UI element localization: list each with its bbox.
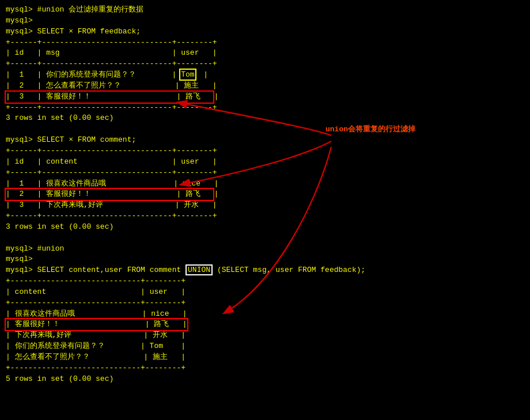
line-13: mysql> SELECT × FROM comment;	[6, 135, 524, 146]
line-25: mysql> SELECT content,user FROM comment …	[6, 265, 524, 276]
terminal: mysql> #union 会过滤掉重复的行数据 mysql> mysql> S…	[0, 0, 530, 389]
tom-highlight: Tom	[181, 70, 194, 79]
line-21: 3 rows in set (0.00 sec)	[6, 222, 524, 233]
line-29: | 很喜欢这件商品哦 | nice |	[6, 309, 524, 320]
line-23: mysql> #union	[6, 244, 524, 255]
line-27: | content | user |	[6, 287, 524, 298]
line-30: | 客服很好！！ | 路飞 |	[6, 319, 187, 330]
line-5: | id | msg | user |	[6, 48, 524, 59]
line-6: +------+-----------------------------+--…	[6, 59, 524, 70]
line-14: +------+-----------------------------+--…	[6, 146, 524, 157]
line-10: +------+-----------------------------+--…	[6, 103, 524, 113]
line-33: | 怎么查看不了照片？？ | 施主 |	[6, 352, 524, 363]
annotation-union: union会将重复的行过滤掉	[325, 124, 415, 134]
line-20: +------+-----------------------------+--…	[6, 211, 524, 222]
line-1: mysql> #union 会过滤掉重复的行数据	[6, 5, 524, 16]
line-24: mysql>	[6, 254, 524, 265]
line-17: | 1 | 很喜欢这件商品哦 | nice |	[6, 179, 524, 190]
line-9: | 3 | 客服很好！！ | 路飞 |	[6, 92, 213, 103]
line-16: +------+-----------------------------+--…	[6, 168, 524, 179]
line-18: | 2 | 客服很好！！ | 路飞 |	[6, 189, 213, 200]
line-8: | 2 | 怎么查看不了照片？？ | 施主 |	[6, 81, 524, 92]
line-32: | 你们的系统登录有问题？？ | Tom |	[6, 341, 524, 352]
line-34: +-----------------------------+--------+	[6, 363, 524, 374]
line-7: | 1 | 你们的系统登录有问题？？ | Tom |	[6, 70, 524, 81]
line-28: +-----------------------------+--------+	[6, 298, 524, 309]
line-15: | id | content | user |	[6, 157, 524, 168]
line-26: +-----------------------------+--------+	[6, 276, 524, 287]
line-19: | 3 | 下次再来哦,好评 | 开水 |	[6, 200, 524, 211]
line-11: 3 rows in set (0.00 sec)	[6, 113, 524, 124]
line-3: mysql> SELECT × FROM feedback;	[6, 27, 524, 37]
union-keyword: UNION	[186, 264, 213, 275]
line-35: 5 rows in set (0.00 sec)	[6, 374, 524, 385]
line-4: +------+-----------------------------+--…	[6, 37, 524, 48]
line-blank-1	[6, 124, 524, 135]
line-31: | 下次再来哦,好评 | 开水 |	[6, 330, 524, 341]
line-blank-2	[6, 233, 524, 244]
line-2: mysql>	[6, 16, 524, 27]
